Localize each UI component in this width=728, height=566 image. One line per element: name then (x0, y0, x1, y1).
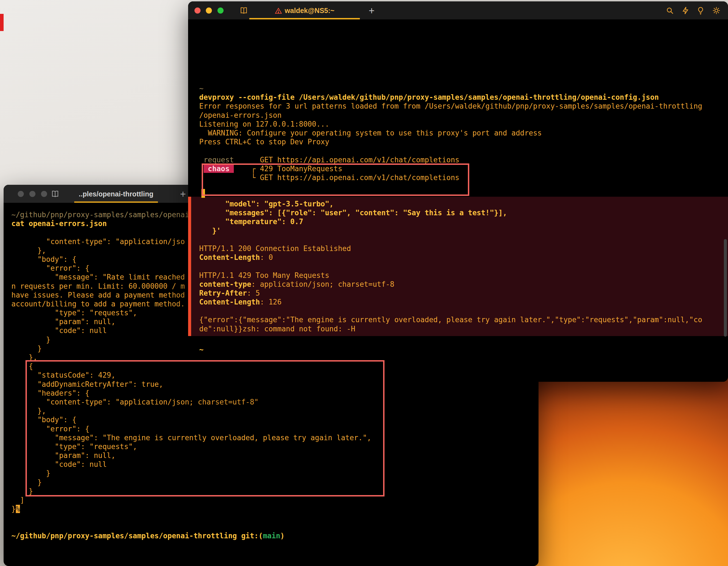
active-tab-indicator (74, 201, 158, 203)
screen-edge-red-marker (0, 14, 4, 31)
annotation-box-chaos-response (202, 163, 469, 196)
scrollbar-thumb[interactable] (724, 239, 727, 337)
front-window-titlebar[interactable]: waldek@NS5:~ + (188, 1, 728, 20)
terminal-line: Content-Length: 126 (199, 298, 728, 306)
terminal-line: devproxy --config-file /Users/waldek/git… (199, 93, 702, 102)
minimize-button[interactable] (29, 191, 35, 197)
terminal-line: ~ (199, 84, 702, 93)
terminal-line: Error responses for 3 url patterns loade… (199, 102, 702, 111)
chaos-response-block: "model": "gpt-3.5-turbo", "messages": [{… (188, 197, 728, 336)
terminal-line: HTTP/1.1 200 Connection Established (199, 244, 728, 253)
tab-title: ..ples/openai-throttling (79, 190, 153, 198)
minimize-button[interactable] (206, 7, 212, 14)
terminal-line: WARNING: Configure your operating system… (199, 129, 702, 137)
terminal-line (11, 513, 371, 522)
terminal-line: }' (199, 226, 728, 235)
terminal-line: ] (11, 496, 371, 504)
book-icon[interactable] (51, 190, 59, 198)
terminal-line: "model": "gpt-3.5-turbo", (199, 199, 728, 208)
new-tab-button[interactable]: + (369, 1, 375, 20)
terminal-line (199, 235, 728, 244)
terminal-line: Press CTRL+C to stop Dev Proxy (199, 137, 702, 146)
lightbulb-icon[interactable] (696, 6, 705, 15)
terminal-line: ~/github/pnp/proxy-samples/samples/opena… (11, 531, 371, 540)
prompt-line: ~ (199, 345, 204, 354)
terminal-line: de":null}}zsh: command not found: -H (199, 324, 728, 333)
active-tab-indicator (249, 18, 360, 19)
terminal-line (199, 306, 728, 315)
terminal-line: "messages": [{"role": "user", "content":… (199, 208, 728, 217)
terminal-line (199, 146, 702, 155)
book-icon[interactable] (240, 6, 248, 15)
annotation-box-429-entry (25, 360, 384, 496)
terminal-line (11, 523, 371, 531)
warning-icon (275, 7, 282, 14)
new-tab-button[interactable]: + (180, 185, 186, 203)
terminal-line: request GET https://api.openai.com/v1/ch… (199, 155, 702, 164)
terminal-line: "temperature": 0.7 (199, 217, 728, 226)
search-icon[interactable] (666, 6, 674, 15)
zoom-button[interactable] (41, 191, 47, 197)
close-button[interactable] (18, 191, 24, 197)
terminal-line: HTTP/1.1 429 Too Many Requests (199, 271, 728, 280)
close-button[interactable] (194, 7, 201, 14)
tab-waldek-ns5[interactable]: waldek@NS5:~ (249, 1, 360, 20)
terminal-line (199, 262, 728, 271)
terminal-line: content-type: application/json; charset=… (199, 280, 728, 289)
gear-icon[interactable] (712, 6, 721, 15)
tab-openai-throttling[interactable]: ..ples/openai-throttling (74, 185, 158, 203)
tab-title: waldek@NS5:~ (285, 7, 334, 15)
bolt-icon[interactable] (681, 6, 690, 15)
terminal-line: }% (11, 504, 371, 513)
terminal-line: /openai-errors.json (199, 111, 702, 120)
terminal-line: Retry-After: 5 (199, 289, 728, 298)
terminal-line: Content-Length: 0 (199, 253, 728, 262)
terminal-line: Listening on 127.0.0.1:8000... (199, 120, 702, 129)
desktop-background: ..ples/openai-throttling + ~/github/pnp/… (0, 0, 728, 566)
zoom-button[interactable] (217, 7, 224, 14)
terminal-line: {"error":{"message":"The engine is curre… (199, 315, 728, 324)
